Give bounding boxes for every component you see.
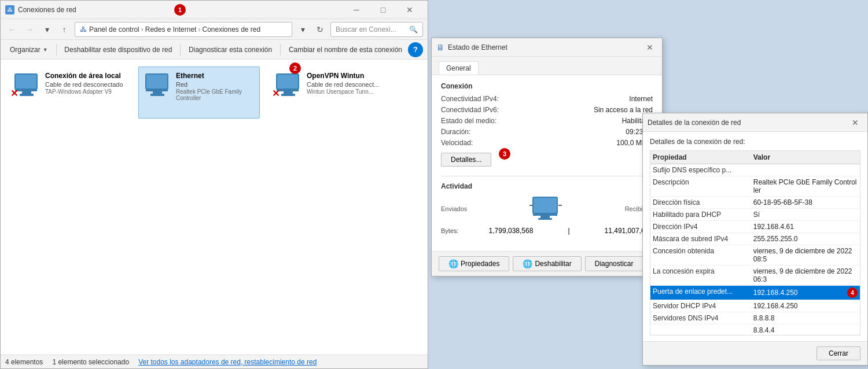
table-row[interactable]: Habilitado para DHCPSí	[650, 209, 860, 221]
disable-device-button[interactable]: Deshabilitar este dispositivo de red	[60, 42, 176, 57]
table-row[interactable]: DescripciónRealtek PCIe GbE Family Contr…	[650, 176, 860, 197]
details-btn-area: Detalles... 3	[441, 153, 653, 167]
detalles-close-x-button[interactable]: ✕	[848, 115, 863, 130]
maximize-button[interactable]: □	[370, 1, 396, 19]
adapter-item-local[interactable]: ✕ Conexión de área local Cable de red de…	[8, 67, 129, 119]
organize-button[interactable]: Organizar ▼	[5, 42, 53, 57]
estado-footer: 🌐 Propiedades 🌐 Deshabilitar Diagnostica…	[432, 251, 662, 276]
propiedades-button[interactable]: 🌐 Propiedades	[439, 256, 509, 271]
table-row[interactable]: Servidores DNS IPv48.8.8.8	[650, 312, 860, 324]
path-segment-2: Redes e Internet	[145, 25, 197, 34]
duracion-label: Duración:	[441, 128, 470, 136]
estado-title: Estado de Ethernet	[448, 43, 507, 51]
help-button[interactable]: ?	[408, 42, 423, 57]
close-button[interactable]: ✕	[396, 1, 423, 19]
duracion-row: Duración: 09:23:31	[441, 128, 653, 136]
tab-general[interactable]: General	[439, 61, 479, 75]
organize-dropdown-icon: ▼	[43, 47, 48, 53]
table-row[interactable]: Máscara de subred IPv4255.255.255.0	[650, 233, 860, 245]
svg-rect-11	[281, 94, 295, 96]
estado-title-bar: 🖥 Estado de Ethernet ✕	[432, 38, 662, 57]
refresh-button[interactable]: ↻	[313, 23, 327, 36]
svg-rect-10	[284, 91, 293, 94]
bytes-label: Bytes:	[441, 227, 459, 234]
window-icon: 🖧	[5, 5, 14, 14]
svg-rect-2	[22, 91, 31, 94]
detalles-title-bar: Detalles de la conexión de red ✕	[643, 113, 867, 132]
adapter-desc-3: Wintun Userspace Tunn...	[307, 88, 385, 95]
back-button[interactable]: ←	[5, 23, 19, 36]
diagnosticar-button[interactable]: Diagnosticar	[585, 256, 643, 271]
deshabilitar-icon: 🌐	[523, 259, 532, 268]
details-button[interactable]: Detalles...	[441, 153, 491, 167]
table-row[interactable]: 8.8.4.4	[650, 324, 860, 336]
adapter-item-openvpn[interactable]: ✕ OpenVPN Wintun Cable de red desconect.…	[269, 67, 391, 119]
medio-label: Estado del medio:	[441, 117, 496, 125]
activity-divider	[441, 176, 653, 176]
step-2-badge: 2	[289, 62, 301, 74]
detalles-dialog: Detalles de la conexión de red ✕ Detalle…	[642, 113, 868, 366]
step-3-badge: 3	[499, 148, 510, 160]
ipv6-row: Conectividad IPv6: Sin acceso a la red	[441, 106, 653, 114]
up-button[interactable]: ↑	[57, 23, 71, 36]
table-row[interactable]: Concesión obtenidaviernes, 9 de diciembr…	[650, 245, 860, 265]
ipv4-value: Internet	[629, 95, 653, 103]
table-row-selected[interactable]: Puerta de enlace predet... 192.168.4.250…	[650, 286, 860, 300]
estado-close-x-button[interactable]: ✕	[642, 40, 657, 55]
search-placeholder: Buscar en Conexi...	[336, 25, 396, 34]
main-title-bar: 🖧 Conexiones de red ─ □ ✕	[1, 1, 428, 19]
address-path: 🖧 Panel de control › Redes e Internet › …	[75, 22, 292, 37]
svg-rect-4	[146, 74, 168, 89]
path-segment-3: Conexiones de red	[202, 25, 260, 34]
col-valor: Valor	[751, 151, 860, 164]
adapter-desc-1: TAP-Windows Adapter V9	[45, 88, 124, 95]
bytes-sent: 1,799,038,568	[489, 227, 534, 235]
detalles-section-header: Detalles de la conexión de red:	[650, 138, 860, 146]
estado-icon: 🖥	[436, 43, 444, 52]
network-activity-icon	[528, 195, 563, 220]
adapter-item-ethernet[interactable]: 2 Ethernet Red Realtek PCIe GbE Family C…	[138, 67, 260, 119]
forward-button[interactable]: →	[23, 23, 36, 36]
svg-rect-15	[538, 218, 552, 220]
detalles-table: Propiedad Valor Sufijo DNS específico p.…	[650, 151, 860, 335]
dropdown-path-button[interactable]: ▾	[296, 23, 310, 36]
detalles-scroll-area[interactable]: Propiedad Valor Sufijo DNS específico p.…	[650, 150, 860, 335]
title-bar-controls: ─ □ ✕	[343, 1, 423, 19]
table-row[interactable]: Dirección IPv4192.168.4.61	[650, 221, 860, 233]
rename-button[interactable]: Cambiar el nombre de esta conexión	[284, 42, 407, 57]
table-row[interactable]: Servidor DHCP IPv4192.168.4.250	[650, 300, 860, 312]
propiedades-icon: 🌐	[448, 259, 458, 268]
svg-rect-5	[146, 89, 168, 91]
svg-rect-12	[533, 197, 557, 213]
path-segment-1: Panel de control	[89, 25, 139, 34]
deshabilitar-button[interactable]: 🌐 Deshabilitar	[513, 256, 581, 271]
adapter-icon-area-1: ✕	[13, 72, 41, 99]
bytes-area: Bytes: 1,799,038,568 | 11,491,007,622	[441, 227, 653, 235]
svg-rect-7	[150, 94, 164, 96]
conexion-section-title: Conexión	[441, 82, 653, 90]
enviados-label: Enviados	[441, 205, 467, 212]
main-window: 🖧 Conexiones de red ─ □ ✕ 1 ← → ▾ ↑ 🖧 Pa…	[0, 0, 428, 369]
svg-rect-3	[20, 94, 34, 96]
minimize-button[interactable]: ─	[343, 1, 370, 19]
activity-section-title: Actividad	[441, 182, 653, 190]
velocidad-label: Velocidad:	[441, 139, 473, 147]
adapter-info-2: Ethernet Red Realtek PCIe GbE Family Con…	[176, 72, 255, 101]
bytes-separator: |	[568, 227, 569, 235]
toolbar-separator-2	[180, 44, 181, 56]
adapter-name-3: OpenVPN Wintun	[307, 72, 385, 80]
selected-count: 1 elemento seleccionado	[52, 358, 129, 366]
dropdown-button[interactable]: ▾	[40, 23, 54, 36]
diagnose-button[interactable]: Diagnosticar esta conexión	[184, 42, 277, 57]
table-row[interactable]: Dirección física60-18-95-6B-5F-38	[650, 197, 860, 209]
table-row[interactable]: La concesión expiraviernes, 9 de diciemb…	[650, 265, 860, 286]
table-row[interactable]: Sufijo DNS específico p...	[650, 164, 860, 176]
x-badge-3: ✕	[272, 89, 279, 98]
estado-dialog: 🖥 Estado de Ethernet ✕ General Conexión …	[431, 38, 663, 276]
detalles-cerrar-button[interactable]: Cerrar	[816, 346, 860, 360]
deshabilitar-label: Deshabilitar	[535, 260, 571, 268]
propiedades-label: Propiedades	[461, 260, 499, 268]
ipv4-row: Conectividad IPv4: Internet	[441, 95, 653, 103]
estado-body: Conexión Conectividad IPv4: Internet Con…	[432, 75, 662, 251]
estado-tab-bar: General	[432, 57, 662, 75]
